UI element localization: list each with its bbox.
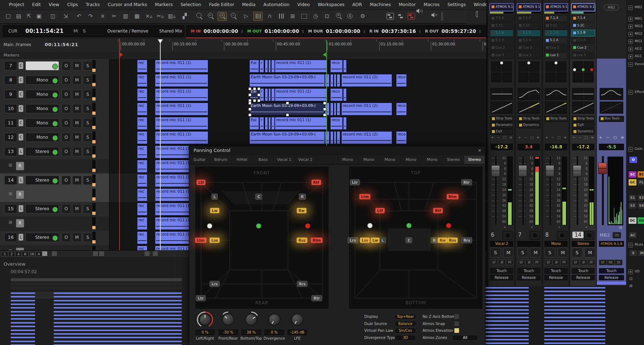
strip-sf-button[interactable]: SF <box>572 260 580 265</box>
speaker-ltm[interactable]: Ltm <box>359 194 371 199</box>
strip-pan-pad[interactable] <box>518 61 540 83</box>
clip[interactable]: Eai <box>249 117 259 130</box>
field-timecode[interactable]: 00:37:30:16 <box>381 28 416 34</box>
overview-clip-stripe[interactable] <box>11 292 35 294</box>
clip[interactable] <box>334 131 336 144</box>
automation-release-button[interactable]: Release <box>545 275 567 280</box>
master-gain-value[interactable]: -5.5 <box>599 144 624 150</box>
speaker-rtf[interactable]: Rtf <box>311 180 321 185</box>
clip[interactable]: reco <box>330 60 343 73</box>
pan-dot[interactable] <box>527 61 530 64</box>
pan-field-front-rear[interactable]: FRONTREARLtfRtfLCRLwRwLtmLssRssRtmLrsRrs… <box>195 167 328 309</box>
collapse-icon[interactable]: − <box>628 147 633 152</box>
clip[interactable]: Earth Moon Sun 03-19-09+03-09-( <box>249 103 325 115</box>
bus-assign-5-1-b[interactable]: 5.1 B <box>490 30 513 36</box>
zoom-preset-a[interactable]: A <box>35 251 42 257</box>
strip-mute-button[interactable]: M <box>557 248 568 257</box>
option-value[interactable]: Sin/Cos <box>395 328 416 334</box>
rail-i-o[interactable]: +I/O <box>628 269 639 274</box>
track-mode-button[interactable]: L <box>19 205 23 212</box>
track-solo-button[interactable]: S <box>83 118 92 128</box>
clip[interactable] <box>330 131 333 144</box>
bus-assign-cue-2[interactable]: Cue 2 <box>571 45 595 51</box>
pan-tab-stereo-13[interactable]: Stereo <box>464 156 485 164</box>
expand-icon[interactable]: ⊞ <box>9 163 12 168</box>
speaker-lw[interactable]: Lw <box>210 208 219 213</box>
bus-assign-cue-1[interactable]: cue 1 <box>490 52 513 59</box>
overview-clip-stripe[interactable] <box>11 300 35 301</box>
overview-clip-stripe[interactable] <box>11 304 35 305</box>
speaker-ltr[interactable]: Ltr <box>350 179 360 186</box>
strip-pf-button[interactable]: PF <box>587 260 595 265</box>
record-ready-indicator[interactable] <box>52 64 58 69</box>
speaker-ltr[interactable]: Ltr <box>196 295 206 301</box>
clip[interactable] <box>337 103 340 115</box>
record-ready-indicator[interactable] <box>52 78 58 84</box>
plugin-tool-remove-icon[interactable]: − <box>551 135 554 140</box>
speaker-rtr[interactable]: Rtr <box>311 295 322 301</box>
speaker-rss[interactable]: Rss <box>297 238 307 243</box>
overview-clip-stripe[interactable] <box>11 333 35 335</box>
clip[interactable]: rec <box>137 203 147 216</box>
clip[interactable]: record mic 011 (2) <box>341 103 392 115</box>
track-solo-button[interactable]: S <box>83 61 92 70</box>
track-solo-button[interactable]: S <box>83 90 92 99</box>
clip[interactable]: rec <box>137 188 147 201</box>
save-file-icon[interactable]: ▣ <box>35 12 43 20</box>
expand-icon[interactable]: + <box>628 47 633 51</box>
rail-mute[interactable]: −Mute <box>628 242 643 247</box>
option-value[interactable]: Top+Rear <box>395 314 416 320</box>
clip[interactable]: record mic 011 (2) <box>341 74 392 87</box>
pan-source-dot-right[interactable] <box>446 223 452 228</box>
knob-bottom-top[interactable]: 38 %Bottom/Top <box>240 311 262 340</box>
zoom-bar-handle[interactable] <box>99 251 104 256</box>
pan-tab-mono-11[interactable]: Mono <box>422 156 443 164</box>
rail-icon[interactable]: ⊡ <box>629 276 633 281</box>
strip-mute-button[interactable]: M <box>530 248 541 257</box>
menu-item-automation[interactable]: Automation <box>259 0 293 10</box>
speaker-rss[interactable]: Rss <box>447 238 458 243</box>
master-group-label[interactable]: MB2 <box>604 4 619 10</box>
link-clips-icon[interactable]: ◫ <box>49 12 57 20</box>
pan-tab-bass-3[interactable]: Bass <box>253 156 274 164</box>
track-number[interactable]: 16 <box>4 233 17 242</box>
cut-tail-icon[interactable]: ✂▵ <box>156 12 165 20</box>
rail-button-gc[interactable]: GC <box>628 179 637 186</box>
record-ready-indicator[interactable] <box>52 235 58 241</box>
plugin-tool-window-icon[interactable]: □ <box>557 135 561 140</box>
automation-touch-button[interactable]: Touch <box>545 268 567 273</box>
strip-dynamics-display[interactable] <box>491 102 513 114</box>
clip[interactable]: record mic 011 (1) <box>275 117 327 130</box>
clips-overview-icon[interactable] <box>386 12 394 20</box>
track-number[interactable]: 8 <box>4 75 17 85</box>
automation-release-button[interactable]: Release <box>599 275 624 280</box>
clip[interactable]: record mic 011 (1) <box>155 74 208 87</box>
speaker-rw[interactable]: Rw <box>297 208 307 213</box>
overview-clip-stripe[interactable] <box>11 296 35 297</box>
strip-record-button[interactable] <box>502 231 513 240</box>
pan-dot[interactable] <box>500 61 503 64</box>
pan-field-top-bottom[interactable]: TOPBOTTOMLtrRtrLtmRtmLtfRtfLrsLssLwLCRRw… <box>349 167 482 309</box>
plugin-bus-tools[interactable]: Bus Tools <box>599 116 624 122</box>
track-solo-button[interactable]: S <box>83 233 92 242</box>
track-mode-button[interactable]: L <box>19 148 23 155</box>
menu-item-workspaces[interactable]: Workspaces <box>314 0 348 10</box>
expand-icon[interactable]: ⊞ <box>9 220 12 225</box>
bus-assign-cue-1[interactable]: cue 1 <box>571 52 595 59</box>
speaker-r[interactable]: R <box>431 237 438 243</box>
strip-name[interactable]: Vocal 2 <box>490 241 513 247</box>
plugin-paramatric-eq[interactable]: Paramatric Eq <box>490 122 513 128</box>
track-mode-button[interactable]: C <box>19 119 23 126</box>
overview-clip-stripe[interactable] <box>54 337 182 338</box>
rail-button-m[interactable]: M <box>638 250 644 257</box>
speaker-ltm[interactable]: Ltm <box>195 238 206 243</box>
strip-pan-pad[interactable] <box>572 61 594 83</box>
plugin-strip-tools[interactable]: Strip Tools <box>572 116 595 122</box>
bus-assign-7-1-4[interactable]: 7.1.4 <box>517 15 541 22</box>
overview-clip-stripe[interactable] <box>11 330 35 331</box>
strip-number[interactable]: 6 <box>491 232 494 238</box>
expand-icon[interactable]: + <box>628 39 633 44</box>
pan-source-dot-center[interactable] <box>406 223 412 228</box>
bus-assign-5-1c[interactable]: 5.1C <box>490 23 513 29</box>
zoom-preset-2[interactable]: 2 <box>8 251 15 257</box>
